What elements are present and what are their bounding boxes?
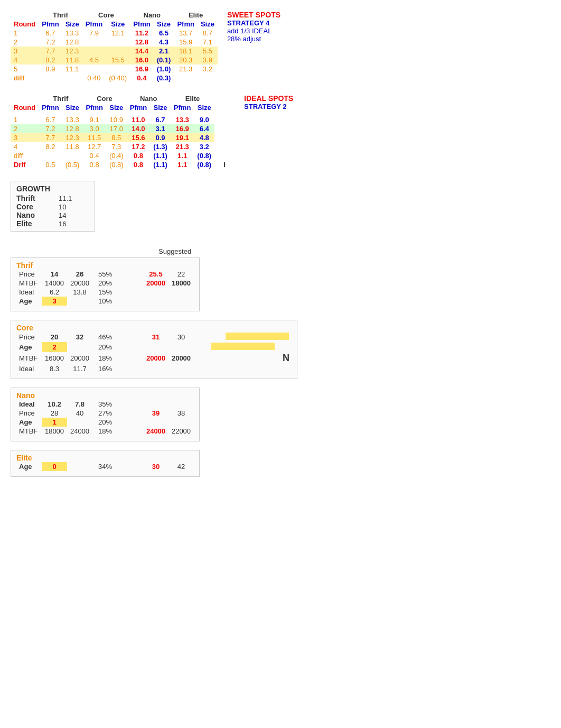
ideal-marker: I (214, 160, 235, 169)
ideal-round-label: Round (11, 103, 39, 112)
thrif-pfmn-label: Pfmn (39, 20, 62, 29)
core-age-row: Age 2 20% (16, 342, 292, 352)
table-cell (198, 73, 218, 82)
nano-pfmn-label: Pfmn (130, 20, 154, 29)
table-cell (39, 73, 62, 82)
nano-ideal-col1: 10.2 (42, 400, 67, 409)
thrift-ideal-col2: 13.8 (67, 288, 92, 297)
growth-row-nano: Nano 14 (16, 211, 89, 219)
core-table: Price 20 32 46% 31 30 Age 2 20% (16, 332, 292, 373)
ideal-elite-size: Size (194, 103, 214, 112)
yellow-bar-1 (226, 333, 289, 340)
table-cell: 12.8 (62, 38, 82, 47)
table-cell: 12.3 (62, 47, 82, 56)
core-size-label: Size (106, 20, 130, 29)
ideal-nano-header: Nano (127, 94, 171, 103)
strategy2-label: STRATEGY 2 (244, 103, 335, 110)
col-round-header (11, 11, 39, 20)
table-cell: 14.0 (127, 124, 151, 133)
elite-table: Age 0 34% 30 42 (16, 462, 194, 471)
table-cell: (0.40) (106, 73, 130, 82)
core-mtbf-sug1: 20000 (143, 352, 169, 364)
table-cell: 12.8 (62, 124, 83, 133)
thrift-border: Thrif Price 14 26 55% 25.5 22 MTBF 14000… (11, 257, 200, 311)
table-cell: 7.7 (39, 133, 62, 142)
thrift-price-col2: 26 (67, 270, 92, 279)
yellow-bar-2 (211, 343, 275, 350)
nano-name: Nano (16, 391, 194, 400)
thrift-ideal-col1: 6.2 (42, 288, 67, 297)
table-cell: 5.5 (198, 47, 218, 56)
table-cell: 7.3 (106, 142, 127, 151)
core-price-row: Price 20 32 46% 31 30 (16, 332, 292, 342)
table-cell: 11.5 (82, 133, 106, 142)
table-cell: 11.8 (62, 142, 83, 151)
thrift-age-col2 (67, 297, 92, 306)
thrif-header: Thrif (39, 11, 82, 20)
thrift-age-label: Age (16, 297, 42, 306)
strategy4-label: STRATEGY 4 (227, 19, 318, 27)
table-cell: 4 (11, 142, 39, 151)
thrift-age-row: Age 3 10% (16, 297, 194, 306)
core-price-sug1: 31 (143, 332, 169, 342)
thrift-price-pct: 55% (92, 270, 118, 279)
growth-row-core: Core 10 (16, 202, 89, 211)
thrift-price-spacer (118, 270, 143, 279)
table-cell: diff (11, 73, 39, 82)
core-mtbf-row: MTBF 16000 20000 18% 20000 20000 N (16, 352, 292, 364)
table-cell: (0.4) (106, 151, 127, 160)
ideal-thrif-size: Size (62, 103, 83, 112)
nano-ideal-col2: 7.8 (67, 400, 92, 409)
nano-mtbf-sug2: 22000 (169, 427, 194, 436)
core-mtbf-pct: 18% (92, 352, 118, 364)
growth-row-thrift: Thrift 11.1 (16, 194, 89, 202)
nano-age-sug (118, 418, 194, 427)
table-cell: 16.9 (130, 64, 154, 73)
nano-price-spacer (118, 409, 143, 418)
core-ideal-sug (118, 364, 292, 373)
ideal-col-round-header (11, 94, 39, 103)
nano-header: Nano (130, 11, 174, 20)
nano-ideal-pct: 35% (92, 400, 118, 409)
table-cell: 12.7 (82, 142, 106, 151)
nano-price-sug2: 38 (169, 409, 194, 418)
nano-product-section: Nano Ideal 10.2 7.8 35% Price 28 40 27% … (11, 388, 550, 441)
table-cell: (0.8) (194, 151, 214, 160)
core-ideal-col1: 8.3 (42, 364, 67, 373)
nano-mtbf-spacer (118, 427, 143, 436)
sweet-spots-header: Thrif Core Nano Elite Round Pfmn Size Pf… (11, 11, 550, 85)
nano-price-label: Price (16, 409, 42, 418)
thrift-name: Thrif (16, 261, 194, 270)
core-product-section: Core Price 20 32 46% 31 30 Age 2 20% (11, 320, 550, 379)
table-cell: 6.7 (39, 29, 62, 38)
ideal-thrif-pfmn: Pfmn (39, 103, 62, 112)
core-age-sug (118, 342, 194, 352)
nano-table: Ideal 10.2 7.8 35% Price 28 40 27% 39 38… (16, 400, 194, 436)
nano-ideal-sug (118, 400, 194, 409)
ideal-spots-header: Thrif Core Nano Elite Round Pfmn Size Pf… (11, 94, 550, 171)
table-cell (174, 73, 198, 82)
nano-age-pct: 20% (92, 418, 118, 427)
table-cell: 0.8 (82, 160, 106, 169)
elite-size-label: Size (198, 20, 218, 29)
table-cell: 21.3 (171, 142, 194, 151)
table-cell: 5 (11, 64, 39, 73)
table-cell: 4 (11, 56, 39, 64)
ideal-elite-header: Elite (171, 94, 214, 103)
thrift-age-col1: 3 (42, 297, 67, 306)
table-cell (106, 64, 130, 73)
elite-age-sug1: 30 (143, 462, 169, 471)
table-cell: (1.3) (150, 142, 171, 151)
table-cell: (0.1) (154, 56, 174, 64)
table-cell: 12.3 (62, 133, 83, 142)
growth-thrift-value: 11.1 (59, 195, 72, 202)
table-cell: 11.0 (127, 115, 151, 124)
adjust-label: 28% adjust (227, 35, 318, 43)
ideal-core-pfmn: Pfmn (82, 103, 106, 112)
table-cell: Drif (11, 160, 39, 169)
core-price-sug2: 30 (169, 332, 194, 342)
table-cell: 9.0 (194, 115, 214, 124)
table-cell: 1.1 (171, 151, 194, 160)
table-cell: 1.1 (171, 160, 194, 169)
elite-pfmn-label: Pfmn (174, 20, 198, 29)
